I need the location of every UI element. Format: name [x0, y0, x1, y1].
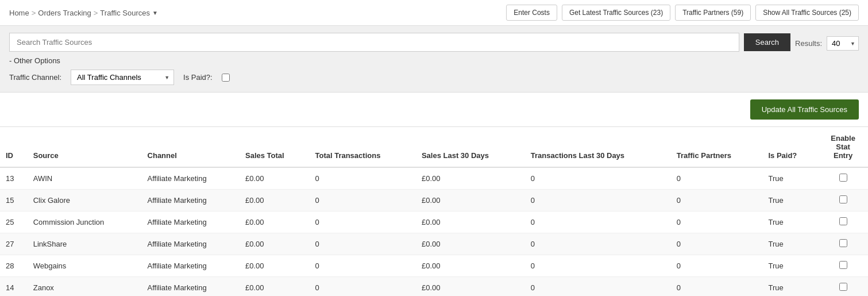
- cell-id: 15: [0, 190, 28, 212]
- breadcrumb-orders-tracking[interactable]: Orders Tracking: [38, 9, 91, 17]
- cell-is-paid: True: [762, 255, 818, 277]
- cell-sales-last-30: £0.00: [416, 277, 525, 297]
- cell-is-paid: True: [762, 190, 818, 212]
- results-select[interactable]: 40 20 60 100: [827, 36, 859, 51]
- traffic-channel-label: Traffic Channel:: [9, 73, 61, 82]
- update-all-button[interactable]: Update All Traffic Sources: [750, 99, 859, 120]
- table-row: 14ZanoxAffiliate Marketing£0.000£0.0000T…: [0, 277, 868, 297]
- results-row: Results: 40 20 60 100: [795, 33, 859, 51]
- cell-source: Zanox: [28, 277, 142, 297]
- cell-enable-checkbox: [818, 255, 868, 277]
- other-options-toggle[interactable]: - Other Options: [9, 56, 60, 65]
- update-area: Update All Traffic Sources: [0, 93, 868, 127]
- results-label: Results:: [795, 39, 822, 48]
- top-bar: Home > Orders Tracking > Traffic Sources…: [0, 0, 868, 26]
- show-all-button[interactable]: Show All Traffic Sources (25): [755, 5, 859, 21]
- search-area: Search - Other Options Traffic Channel: …: [0, 26, 868, 93]
- cell-is-paid: True: [762, 212, 818, 233]
- cell-sales-last-30: £0.00: [416, 233, 525, 255]
- search-input[interactable]: [9, 33, 739, 52]
- cell-enable-checkbox: [818, 233, 868, 255]
- col-enable-stat-entry: EnableStatEntry: [818, 127, 868, 167]
- cell-traffic-partners: 0: [671, 255, 763, 277]
- enter-costs-button[interactable]: Enter Costs: [506, 5, 557, 21]
- table-row: 27LinkShareAffiliate Marketing£0.000£0.0…: [0, 233, 868, 255]
- cell-total-transactions: 0: [309, 167, 415, 190]
- cell-transactions-last-30: 0: [525, 212, 671, 233]
- breadcrumb-home[interactable]: Home: [9, 9, 29, 17]
- cell-source: Clix Galore: [28, 190, 142, 212]
- cell-source: Commission Junction: [28, 212, 142, 233]
- table-container: ID Source Channel Sales Total Total Tran…: [0, 127, 868, 296]
- col-source: Source: [28, 127, 142, 167]
- filter-row: Traffic Channel: All Traffic Channels Af…: [9, 70, 790, 85]
- table-row: 15Clix GaloreAffiliate Marketing£0.000£0…: [0, 190, 868, 212]
- cell-id: 25: [0, 212, 28, 233]
- is-paid-checkbox[interactable]: [222, 74, 230, 82]
- enable-stat-entry-checkbox[interactable]: [839, 261, 847, 269]
- table-header-row: ID Source Channel Sales Total Total Tran…: [0, 127, 868, 167]
- cell-sales-total: £0.00: [240, 212, 309, 233]
- enable-stat-entry-checkbox[interactable]: [839, 195, 847, 203]
- traffic-sources-table: ID Source Channel Sales Total Total Tran…: [0, 127, 868, 296]
- cell-sales-last-30: £0.00: [416, 167, 525, 190]
- col-is-paid: Is Paid?: [762, 127, 818, 167]
- cell-sales-last-30: £0.00: [416, 255, 525, 277]
- is-paid-label: Is Paid?:: [183, 73, 213, 82]
- breadcrumb-sep-2: >: [94, 9, 98, 17]
- cell-total-transactions: 0: [309, 233, 415, 255]
- cell-enable-checkbox: [818, 167, 868, 190]
- enable-stat-entry-checkbox[interactable]: [839, 239, 847, 247]
- cell-enable-checkbox: [818, 277, 868, 297]
- cell-id: 27: [0, 233, 28, 255]
- search-button[interactable]: Search: [744, 33, 790, 51]
- cell-source: LinkShare: [28, 233, 142, 255]
- cell-traffic-partners: 0: [671, 190, 763, 212]
- cell-total-transactions: 0: [309, 255, 415, 277]
- col-traffic-partners: Traffic Partners: [671, 127, 763, 167]
- col-id: ID: [0, 127, 28, 167]
- breadcrumb-chevron-icon[interactable]: ▼: [152, 10, 158, 16]
- table-body: 13AWINAffiliate Marketing£0.000£0.0000Tr…: [0, 167, 868, 296]
- cell-id: 28: [0, 255, 28, 277]
- col-channel: Channel: [142, 127, 240, 167]
- cell-is-paid: True: [762, 233, 818, 255]
- cell-channel: Affiliate Marketing: [142, 212, 240, 233]
- cell-sales-total: £0.00: [240, 190, 309, 212]
- table-row: 13AWINAffiliate Marketing£0.000£0.0000Tr…: [0, 167, 868, 190]
- cell-traffic-partners: 0: [671, 233, 763, 255]
- col-sales-total: Sales Total: [240, 127, 309, 167]
- cell-transactions-last-30: 0: [525, 277, 671, 297]
- cell-transactions-last-30: 0: [525, 167, 671, 190]
- cell-channel: Affiliate Marketing: [142, 190, 240, 212]
- enable-stat-entry-checkbox[interactable]: [839, 283, 847, 291]
- cell-traffic-partners: 0: [671, 212, 763, 233]
- results-select-wrapper: 40 20 60 100: [827, 36, 859, 51]
- get-latest-button[interactable]: Get Latest Traffic Sources (23): [562, 5, 670, 21]
- traffic-partners-button[interactable]: Traffic Partners (59): [675, 5, 751, 21]
- search-row: Search: [9, 33, 790, 52]
- cell-enable-checkbox: [818, 212, 868, 233]
- cell-channel: Affiliate Marketing: [142, 277, 240, 297]
- breadcrumb-current: Traffic Sources ▼: [100, 9, 158, 17]
- cell-traffic-partners: 0: [671, 167, 763, 190]
- traffic-channel-select[interactable]: All Traffic Channels Affiliate Marketing…: [71, 70, 174, 85]
- channel-select-wrapper: All Traffic Channels Affiliate Marketing…: [71, 70, 174, 85]
- cell-channel: Affiliate Marketing: [142, 255, 240, 277]
- enable-stat-entry-checkbox[interactable]: [839, 217, 847, 225]
- cell-total-transactions: 0: [309, 190, 415, 212]
- cell-transactions-last-30: 0: [525, 190, 671, 212]
- table-row: 28WebgainsAffiliate Marketing£0.000£0.00…: [0, 255, 868, 277]
- cell-enable-checkbox: [818, 190, 868, 212]
- breadcrumb-sep-1: >: [32, 9, 36, 17]
- cell-total-transactions: 0: [309, 212, 415, 233]
- cell-transactions-last-30: 0: [525, 255, 671, 277]
- cell-sales-total: £0.00: [240, 167, 309, 190]
- cell-sales-total: £0.00: [240, 255, 309, 277]
- cell-sales-last-30: £0.00: [416, 190, 525, 212]
- cell-id: 14: [0, 277, 28, 297]
- enable-stat-entry-checkbox[interactable]: [839, 174, 847, 182]
- breadcrumb-current-label: Traffic Sources: [100, 9, 150, 17]
- cell-sales-total: £0.00: [240, 277, 309, 297]
- col-total-transactions: Total Transactions: [309, 127, 415, 167]
